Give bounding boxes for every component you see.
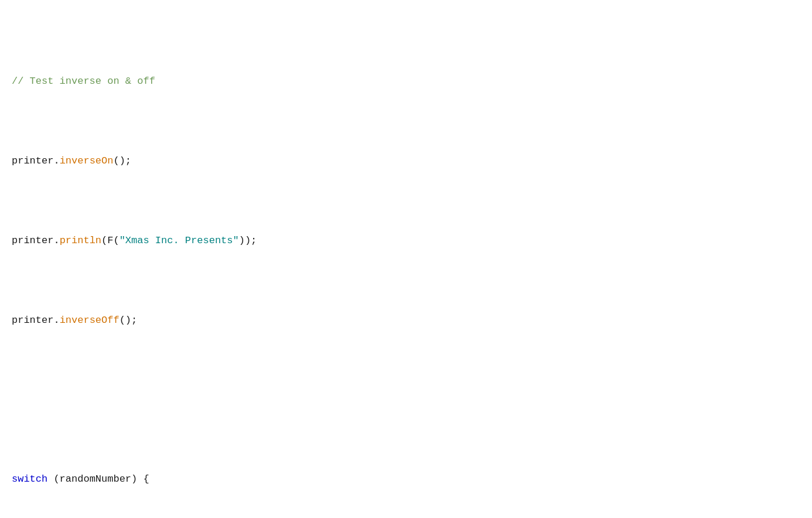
- code-line-2: printer.inverseOn();: [12, 153, 800, 169]
- code-editor: // Test inverse on & off printer.inverse…: [0, 0, 812, 518]
- code-line-5: [12, 392, 800, 408]
- code-line-1: // Test inverse on & off: [12, 73, 800, 89]
- method-println-1: println: [60, 235, 101, 246]
- string-1: "Xmas Inc. Presents": [120, 235, 239, 246]
- keyword-switch: switch: [12, 473, 47, 485]
- comment-1: // Test inverse on & off: [12, 76, 155, 87]
- code-line-4: printer.inverseOff();: [12, 312, 800, 328]
- code-line-6: ​switch (randomNumber) {: [12, 471, 800, 487]
- method-inverseOn: inverseOn: [60, 155, 114, 166]
- code-line-3: printer.println(F("Xmas Inc. Presents"))…: [12, 233, 800, 248]
- method-inverseOff: inverseOff: [60, 315, 120, 326]
